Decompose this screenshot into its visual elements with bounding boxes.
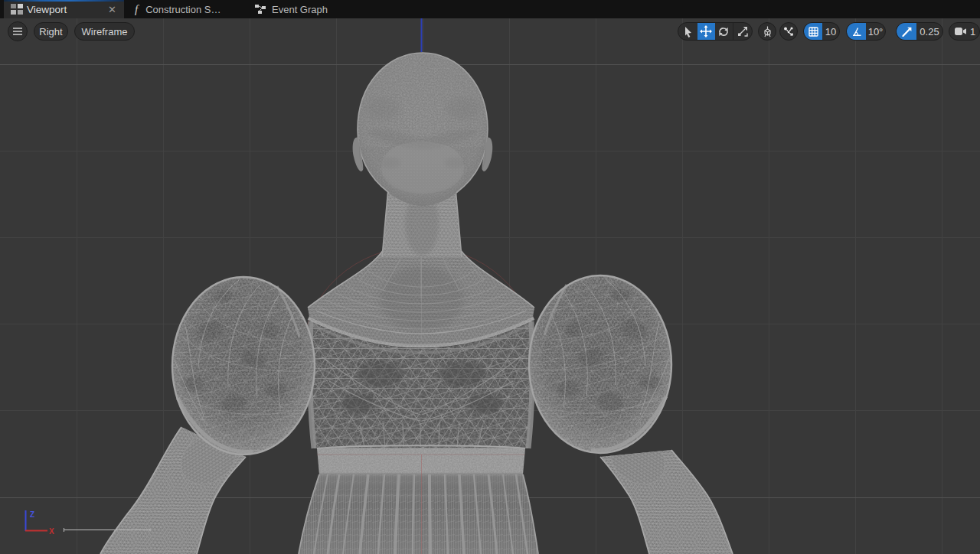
svg-text:X: X [49,527,54,536]
svg-text:Z: Z [30,510,34,519]
